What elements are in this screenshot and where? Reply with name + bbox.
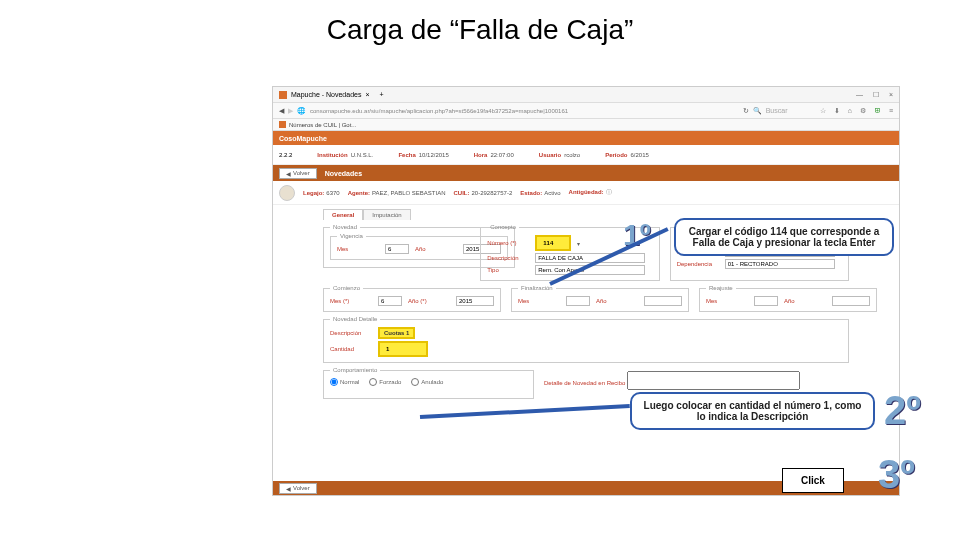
novdet-legend: Novedad Detalle (330, 316, 380, 322)
radio-normal-input[interactable] (330, 378, 338, 386)
close-icon[interactable]: × (889, 91, 893, 99)
tab-imputacion[interactable]: Imputación (363, 209, 410, 220)
rea-ano-label: Año (784, 298, 826, 304)
descripcion-input[interactable] (535, 253, 645, 263)
browser-tab[interactable]: Mapuche - Novedades × + (279, 91, 384, 99)
star-icon[interactable]: ☆ (820, 107, 826, 115)
callout-1: Cargar el código 114 que corresponde a F… (674, 218, 894, 256)
dependencia-input[interactable] (725, 259, 835, 269)
cuil-value: 20-29282757-2 (472, 190, 513, 196)
mes-label: Mes (337, 246, 379, 252)
comport-legend: Comportamiento (330, 367, 380, 373)
slide-title: Carga de “Falla de Caja” (0, 0, 960, 52)
fieldset-comportamiento: Comportamiento Normal Forzado Anulado (323, 367, 534, 399)
vigencia-legend: Vigencia (337, 233, 366, 239)
rea-mes-label: Mes (706, 298, 748, 304)
avatar-icon (279, 185, 295, 201)
reajuste-legend: Reajuste (706, 285, 736, 291)
browser-window: Mapuche - Novedades × + — ☐ × ◀ ▶ 🌐 cons… (272, 86, 900, 496)
com-ano-input[interactable] (456, 296, 494, 306)
desc2-label: Descripción (330, 330, 372, 336)
tab-favicon-icon (279, 91, 287, 99)
agente-value: PAEZ, PABLO SEBASTIAN (372, 190, 445, 196)
tab-title: Mapuche - Novedades (291, 91, 361, 98)
mes-input[interactable] (385, 244, 409, 254)
rea-ano-input[interactable] (832, 296, 870, 306)
section-header: ◀Volver Novedades (273, 165, 899, 181)
legajo-value: 6370 (326, 190, 339, 196)
rea-mes-input[interactable] (754, 296, 778, 306)
legajo-label: Legajo: (303, 190, 324, 196)
browser-titlebar: Mapuche - Novedades × + — ☐ × (273, 87, 899, 103)
download-icon[interactable]: ⬇ (834, 107, 840, 115)
minimize-icon[interactable]: — (856, 91, 863, 99)
address-bar: ◀ ▶ 🌐 consomapuche.edu.ar/siu/mapuche/ap… (273, 103, 899, 119)
step-3-badge: 3º (878, 452, 915, 497)
agente-label: Agente: (348, 190, 370, 196)
chevron-left-icon: ◀ (286, 485, 291, 492)
url-input[interactable]: consomapuche.edu.ar/siu/mapuche/aplicaci… (310, 108, 739, 114)
radio-anulado[interactable]: Anulado (411, 378, 443, 386)
dependencia-label: Dependencia (677, 261, 719, 267)
back-button[interactable]: ◀Volver (279, 168, 317, 179)
numero-label: Número (*) (487, 240, 529, 246)
fin-mes-input[interactable] (566, 296, 590, 306)
forward-nav-icon[interactable]: ▶ (288, 107, 293, 115)
footer-back-button[interactable]: ◀Volver (279, 483, 317, 494)
detalle-recibo-label: Detalle de Novedad en Recibo (544, 380, 625, 386)
back-nav-icon[interactable]: ◀ (279, 107, 284, 115)
chevron-left-icon: ◀ (286, 170, 291, 177)
dropdown-icon[interactable]: ▾ (577, 240, 580, 247)
periodo-value: 6/2015 (631, 152, 649, 158)
fin-ano-input[interactable] (644, 296, 682, 306)
fecha-label: Fecha (398, 152, 415, 158)
new-tab-button[interactable]: + (380, 91, 384, 98)
hora-label: Hora (474, 152, 488, 158)
fecha-value: 10/12/2015 (419, 152, 449, 158)
app-brand: CosoMapuche (279, 135, 327, 142)
com-mes-input[interactable] (378, 296, 402, 306)
home-icon[interactable]: ⌂ (848, 107, 852, 115)
gear-icon[interactable]: ⚙ (860, 107, 866, 115)
help-icon[interactable]: ⓘ (606, 189, 612, 195)
fieldset-novedad-detalle: Novedad Detalle DescripciónCuotas 1 Cant… (323, 316, 849, 363)
window-controls: — ☐ × (856, 91, 893, 99)
usuario-label: Usuario (539, 152, 561, 158)
periodo-label: Período (605, 152, 627, 158)
bookmark-item[interactable]: Números de CUIL | Got... (289, 122, 356, 128)
detalle-recibo-input[interactable] (627, 371, 800, 390)
numero-concepto-input[interactable] (541, 238, 565, 248)
meta-row: 2.2.2 InstituciónU.N.S.L. Fecha10/12/201… (273, 145, 899, 165)
menu-icon[interactable]: ≡ (889, 107, 893, 115)
reload-icon[interactable]: ↻ (743, 107, 749, 115)
radio-normal[interactable]: Normal (330, 378, 359, 386)
globe-icon: 🌐 (297, 107, 306, 115)
novedad-legend: Novedad (330, 224, 360, 230)
callout-click: Click (782, 468, 844, 493)
ano-label: Año (415, 246, 457, 252)
fieldset-comienzo: Comienzo Mes (*)Año (*) (323, 285, 501, 312)
cantidad-label: Cantidad (330, 346, 372, 352)
cantidad-input[interactable] (384, 344, 422, 354)
radio-anulado-input[interactable] (411, 378, 419, 386)
search-icon: 🔍 (753, 107, 762, 115)
step-2-badge: 2º (884, 388, 921, 433)
radio-forzado-input[interactable] (369, 378, 377, 386)
institucion-value: U.N.S.L. (351, 152, 374, 158)
radio-forzado[interactable]: Forzado (369, 378, 401, 386)
concepto-legend: Concepto (487, 224, 519, 230)
usuario-value: rcolzo (564, 152, 580, 158)
tab-close-icon[interactable]: × (365, 91, 369, 98)
descripcion-label: Descripción (487, 255, 529, 261)
antiguedad-label: Antigüedad: (569, 189, 604, 195)
fieldset-finalizacion: Finalización MesAño (511, 285, 689, 312)
search-placeholder[interactable]: Buscar (766, 107, 816, 114)
maximize-icon[interactable]: ☐ (873, 91, 879, 99)
callout-2: Luego colocar en cantidad el número 1, c… (630, 392, 875, 430)
com-ano-label: Año (*) (408, 298, 450, 304)
com-mes-label: Mes (*) (330, 298, 372, 304)
shield-icon[interactable]: ⛨ (874, 107, 881, 115)
tab-general[interactable]: General (323, 209, 363, 220)
estado-label: Estado: (520, 190, 542, 196)
version-label: 2.2.2 (279, 152, 292, 158)
